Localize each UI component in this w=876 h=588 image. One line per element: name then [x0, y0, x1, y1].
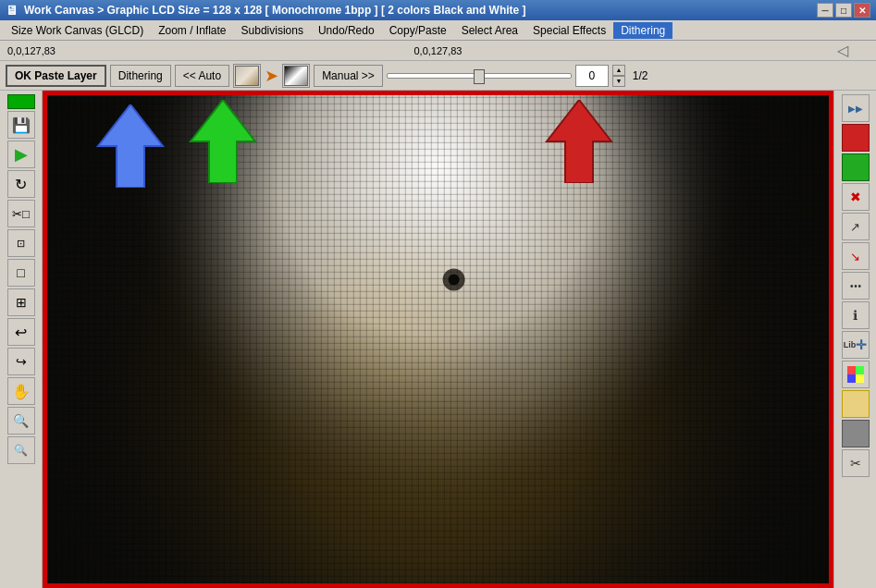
main-canvas[interactable]: [43, 91, 833, 588]
right-tool-green[interactable]: [842, 153, 870, 181]
dithering-button[interactable]: Dithering: [110, 65, 171, 87]
redo-tool[interactable]: ↪: [7, 348, 35, 375]
zoom-in-tool[interactable]: 🔍: [7, 407, 35, 435]
svg-rect-4: [856, 366, 864, 374]
svg-rect-5: [847, 374, 856, 383]
app-icon: 🖥: [6, 3, 19, 18]
dither-slider[interactable]: [387, 73, 572, 79]
ok-paste-layer-button[interactable]: OK Paste Layer: [6, 65, 106, 87]
spin-buttons: ▲ ▼: [612, 65, 625, 87]
select-move-tool[interactable]: ⊡: [7, 229, 35, 257]
dither-value-input[interactable]: [575, 65, 609, 87]
close-button[interactable]: ✕: [854, 3, 870, 18]
canvas-area[interactable]: [43, 91, 833, 588]
menu-select-area[interactable]: Select Area: [454, 22, 525, 39]
menu-copy-paste[interactable]: Copy/Paste: [382, 22, 454, 39]
source-image-thumb[interactable]: [233, 64, 261, 88]
crop-tool[interactable]: ✂□: [7, 200, 35, 227]
right-tool-arrow-down-right[interactable]: ↘: [842, 242, 870, 270]
color-swatch[interactable]: [7, 94, 35, 109]
menu-zoom[interactable]: Zoom / Inflate: [151, 22, 233, 39]
refresh-tool[interactable]: ↻: [7, 170, 35, 198]
spin-down-button[interactable]: ▼: [612, 76, 625, 87]
right-next-tool[interactable]: ▶▶: [842, 94, 870, 122]
menu-size-work[interactable]: Size Work Canvas (GLCD): [4, 22, 151, 39]
right-tool-cross[interactable]: ✖: [842, 183, 870, 211]
main-area: 💾 ▶ ↻ ✂□ ⊡ □ ⊞ ↩ ↪ ✋ 🔍 🔍: [0, 91, 876, 588]
play-tool[interactable]: ▶: [7, 141, 35, 168]
right-tool-color-grid[interactable]: [842, 361, 870, 388]
maximize-button[interactable]: □: [835, 3, 852, 18]
coords-bar: 0,0,127,83 0,0,127,83 ◁: [0, 41, 876, 61]
lib-tool[interactable]: Lib✛: [842, 331, 870, 359]
manual-button[interactable]: Manual >>: [314, 65, 383, 87]
coords-center: 0,0,127,83: [414, 45, 463, 56]
menu-undo-redo[interactable]: Undo/Redo: [311, 22, 382, 39]
title-bar: 🖥 Work Canvas > Graphic LCD Size = 128 x…: [0, 0, 876, 20]
spin-up-button[interactable]: ▲: [612, 65, 625, 76]
dest-image-thumb[interactable]: [282, 64, 310, 88]
title-bar-left: 🖥 Work Canvas > Graphic LCD Size = 128 x…: [6, 3, 526, 18]
svg-rect-3: [847, 366, 856, 374]
menu-subdivisions[interactable]: Subdivisions: [234, 22, 311, 39]
coords-left: 0,0,127,83: [7, 45, 56, 56]
menu-bar: Size Work Canvas (GLCD) Zoom / Inflate S…: [0, 20, 876, 41]
toolbar-bar: OK Paste Layer Dithering << Auto ➤ Manua…: [0, 61, 876, 91]
right-sidebar: ▶▶ ✖ ↗ ↘ • • • ℹ Lib✛ ✂: [833, 91, 876, 588]
minimize-button[interactable]: ─: [817, 3, 833, 18]
fraction-label: 1/2: [629, 69, 648, 82]
grid-tool[interactable]: ⊞: [7, 288, 35, 316]
left-sidebar: 💾 ▶ ↻ ✂□ ⊡ □ ⊞ ↩ ↪ ✋ 🔍 🔍: [0, 91, 43, 588]
menu-dithering[interactable]: Dithering: [613, 22, 672, 39]
dither-slider-container: [387, 73, 572, 79]
window-title: Work Canvas > Graphic LCD Size = 128 x 1…: [24, 4, 526, 17]
auto-button[interactable]: << Auto: [175, 65, 229, 87]
right-tool-info[interactable]: ℹ: [842, 301, 870, 329]
color-grid-icon: [847, 366, 864, 383]
svg-rect-6: [856, 374, 864, 383]
right-tool-red[interactable]: [842, 124, 870, 152]
rect-tool[interactable]: □: [7, 259, 35, 287]
title-bar-controls[interactable]: ─ □ ✕: [817, 3, 870, 18]
right-tool-dots[interactable]: • • •: [842, 272, 870, 300]
undo-tool[interactable]: ↩: [7, 318, 35, 346]
right-tool-dark[interactable]: [842, 420, 870, 447]
right-tool-cut[interactable]: ✂: [842, 449, 870, 477]
scroll-indicator: ◁: [837, 42, 848, 59]
menu-special-effects[interactable]: Special Effects: [525, 22, 613, 39]
right-tool-highlighted[interactable]: [842, 390, 870, 418]
slider-thumb[interactable]: [474, 69, 485, 84]
right-tool-arrow-up-right[interactable]: ↗: [842, 213, 870, 240]
zoom-out-tool[interactable]: 🔍: [7, 436, 35, 464]
pan-tool[interactable]: ✋: [7, 377, 35, 405]
save-tool[interactable]: 💾: [7, 111, 35, 139]
arrow-right-icon: ➤: [265, 66, 278, 86]
